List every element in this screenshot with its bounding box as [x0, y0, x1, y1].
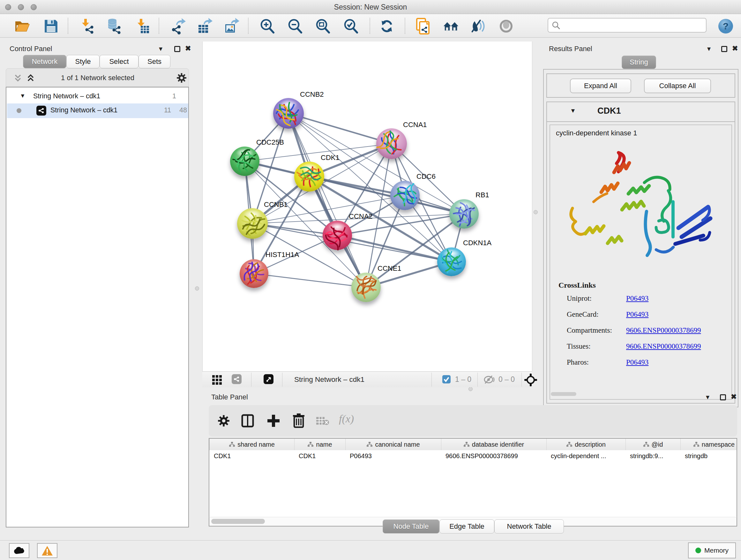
column-header-canonical-name[interactable]: canonical name — [345, 439, 441, 450]
float-panel-icon[interactable] — [720, 394, 726, 400]
tab-label: Network — [32, 57, 58, 66]
show-columns-icon[interactable] — [241, 414, 254, 428]
node-HIST1H1A[interactable] — [240, 259, 268, 288]
network-row-selected[interactable]: String Network – cdk1 11 48 — [7, 104, 188, 118]
crosslink-link[interactable]: P06493 — [626, 294, 649, 303]
network-list-header: 1 of 1 Network selected — [6, 68, 189, 87]
zoom-fit-button[interactable] — [315, 18, 331, 35]
crosslink-link[interactable]: 9606.ENSP00000378699 — [626, 342, 701, 351]
cell-name[interactable]: CDK1 — [294, 450, 345, 462]
selected-checkbox-icon[interactable] — [442, 375, 451, 383]
network-view[interactable]: CCNB2CCNA1CDC25BCDK1CDC6RB1CCNB1CCNA2CDK… — [202, 42, 532, 371]
delete-column-trash-icon[interactable] — [292, 414, 305, 428]
hide-selected-button[interactable] — [470, 18, 486, 35]
column-header-description[interactable]: description — [546, 439, 625, 450]
share-view-icon[interactable] — [232, 374, 242, 384]
tab-network-table[interactable]: Network Table — [494, 519, 564, 534]
open-session-button[interactable] — [14, 18, 30, 35]
node-CDK1[interactable] — [294, 162, 324, 192]
network-view-toolbar: String Network – cdk1 1 – 0 0 – 0 — [202, 371, 532, 387]
protein-section-header[interactable]: ▼ CDK1 — [547, 102, 735, 122]
close-panel-icon[interactable]: ✖ — [185, 44, 191, 53]
column-header--id[interactable]: @id — [625, 439, 680, 450]
collapse-panel-icon[interactable]: ▾ — [159, 45, 162, 53]
import-table-from-file-button[interactable] — [134, 18, 151, 35]
import-network-from-file-button[interactable] — [78, 18, 95, 35]
hscrollbar-thumb[interactable] — [211, 519, 265, 524]
collapse-panel-icon[interactable]: ▾ — [706, 393, 710, 401]
cell-shared-name[interactable]: CDK1 — [209, 450, 294, 462]
tab-style[interactable]: Style — [66, 55, 99, 68]
network-share-icon — [172, 25, 181, 35]
fit-crosshair-icon[interactable] — [524, 373, 537, 387]
save-session-button[interactable] — [43, 18, 59, 35]
network-collection-row[interactable]: ▼ String Network – cdk1 1 — [6, 90, 188, 104]
add-column-icon[interactable] — [267, 414, 280, 428]
tree-expander-icon[interactable]: ▼ — [20, 92, 25, 99]
collapse-panel-icon[interactable]: ▾ — [707, 45, 711, 53]
export-network-button[interactable] — [169, 18, 186, 35]
crosslink-link[interactable]: 9606.ENSP00000378699 — [626, 326, 701, 334]
tab-edge-table[interactable]: Edge Table — [440, 519, 494, 534]
float-panel-icon[interactable] — [174, 46, 180, 52]
close-panel-icon[interactable]: ✖ — [731, 393, 737, 401]
warnings-button[interactable] — [37, 543, 57, 558]
node-CDC25B[interactable] — [230, 146, 259, 176]
column-header-database-identifier[interactable]: database identifier — [441, 439, 546, 450]
first-neighbors-button[interactable] — [443, 18, 460, 35]
column-header-shared-name[interactable]: shared name — [209, 439, 294, 450]
grid-view-icon[interactable] — [212, 375, 222, 385]
cell--id[interactable]: stringdb:9... — [625, 450, 680, 462]
export-image-button[interactable] — [223, 18, 239, 35]
memory-button[interactable]: Memory — [688, 543, 736, 558]
tab-string[interactable]: String — [622, 56, 656, 69]
node-CDC6[interactable] — [390, 181, 420, 210]
gear-icon[interactable] — [177, 73, 187, 83]
tab-network[interactable]: Network — [23, 55, 66, 68]
crosslink-link[interactable]: P06493 — [626, 358, 649, 367]
column-header-namespace[interactable]: namespace — [680, 439, 737, 450]
toolbar-separator — [369, 18, 370, 34]
node-CCNB1[interactable] — [237, 208, 268, 239]
close-panel-icon[interactable]: ✖ — [732, 44, 738, 53]
apply-preferred-layout-button[interactable] — [379, 18, 395, 35]
crosslink-label: Compartments: — [567, 326, 626, 334]
node-CCNE1[interactable] — [351, 273, 381, 302]
node-CCNA1[interactable] — [376, 128, 407, 159]
crosslink-link[interactable]: P06493 — [626, 310, 649, 319]
expand-all-button[interactable]: Expand All — [570, 78, 631, 93]
export-table-button[interactable] — [196, 18, 212, 35]
cloud-status-button[interactable] — [9, 543, 29, 558]
zoom-out-button[interactable] — [287, 18, 304, 35]
zoom-selected-button[interactable] — [343, 18, 359, 35]
tab-node-table[interactable]: Node Table — [383, 519, 440, 534]
show-all-button[interactable] — [498, 18, 515, 35]
collapse-all-button[interactable]: Collapse All — [644, 78, 711, 93]
node-RB1[interactable] — [449, 199, 479, 229]
string-network-icon — [37, 106, 46, 116]
help-button[interactable]: ? — [718, 18, 734, 35]
node-CDKN1A[interactable] — [437, 247, 466, 276]
cell-database-identifier[interactable]: 9606.ENSP00000378699 — [441, 450, 546, 462]
tab-select[interactable]: Select — [99, 55, 138, 68]
cell-description[interactable]: cyclin-dependent ... — [546, 450, 625, 462]
float-panel-icon[interactable] — [721, 46, 727, 52]
birdseye-toggle-icon[interactable] — [264, 374, 273, 384]
right-splitter-handle[interactable] — [534, 210, 538, 214]
section-expander-icon[interactable]: ▼ — [570, 107, 576, 114]
left-splitter-handle[interactable] — [195, 287, 199, 291]
column-header-name[interactable]: name — [294, 439, 345, 450]
search-input[interactable] — [560, 22, 694, 29]
import-network-from-database-button[interactable] — [105, 18, 122, 35]
node-CCNB2[interactable] — [273, 98, 304, 129]
cell-namespace[interactable]: stringdb — [680, 450, 737, 462]
table-row[interactable]: CDK1CDK1P064939606.ENSP00000378699cyclin… — [209, 450, 737, 462]
network-from-selection-button[interactable] — [415, 18, 431, 35]
bottom-splitter-handle[interactable] — [468, 387, 473, 391]
zoom-in-button[interactable] — [259, 18, 276, 35]
cell-canonical-name[interactable]: P06493 — [345, 450, 441, 462]
network-share-icon — [85, 26, 93, 34]
node-CCNA2[interactable] — [323, 221, 352, 250]
table-settings-gear-icon[interactable] — [218, 415, 230, 427]
tab-sets[interactable]: Sets — [138, 55, 171, 68]
